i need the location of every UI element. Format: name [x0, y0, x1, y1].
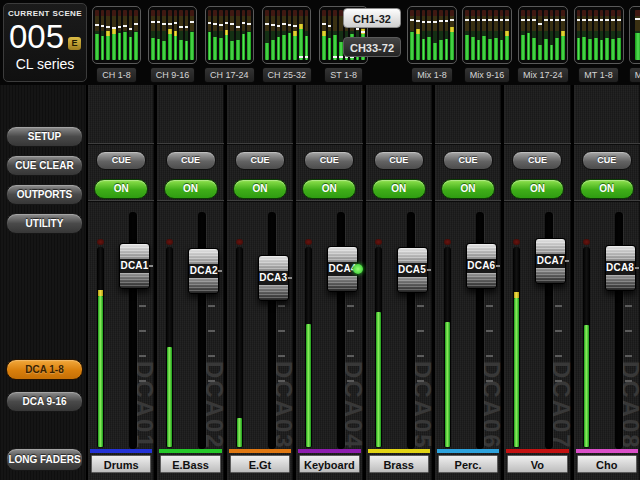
dca-1-8-button[interactable]: DCA 1-8: [6, 359, 83, 380]
fader-knob[interactable]: DCA8: [605, 245, 636, 291]
meter-bar-level: [482, 36, 486, 60]
channel-name[interactable]: E.Bass: [160, 455, 220, 473]
fader-position-mark: [101, 25, 105, 27]
fader-position-mark: [450, 19, 454, 21]
on-button[interactable]: ON: [510, 179, 564, 199]
bank-button-ch33-72[interactable]: CH33-72: [343, 37, 401, 57]
channel-name[interactable]: Drums: [91, 455, 151, 473]
on-button[interactable]: ON: [233, 179, 287, 199]
bank-button-ch1-32[interactable]: CH1-32: [343, 8, 401, 28]
channel-name[interactable]: Vo: [507, 455, 567, 473]
fader-scale-tick: [625, 355, 632, 357]
scene-number: 005: [9, 20, 64, 53]
meter-block-ch-25-32[interactable]: [262, 6, 311, 64]
channel-color-bar: [298, 449, 360, 453]
meter-peak-led: [166, 239, 173, 245]
separator: [366, 200, 432, 201]
fader-knob-label: DCA8: [606, 261, 635, 275]
meter-block-mix-17-24[interactable]: [518, 6, 568, 64]
cue-button[interactable]: CUE: [443, 151, 493, 170]
fader-knob[interactable]: DCA3: [258, 255, 289, 301]
fader-knob-cap: [189, 278, 218, 293]
channel-name[interactable]: Cho: [577, 455, 637, 473]
fader-position-mark: [582, 19, 586, 21]
long-faders-button[interactable]: LONG FADERS: [6, 448, 83, 471]
cue-button[interactable]: CUE: [374, 151, 424, 170]
fader-position-mark: [482, 19, 486, 21]
on-button[interactable]: ON: [372, 179, 426, 199]
meter-bar: [219, 10, 223, 60]
meter-block-mix-9-16[interactable]: [462, 6, 512, 64]
meter-block-group-ch-25-32: CH 25-32: [262, 6, 313, 83]
meter-peak-led: [513, 239, 520, 245]
channel-strip-dca3: DCA03CUEONDCA3E.Gt: [227, 85, 293, 480]
on-button[interactable]: ON: [302, 179, 356, 199]
fader-knob[interactable]: DCA2: [188, 248, 219, 294]
on-button[interactable]: ON: [580, 179, 634, 199]
meter-bar: [208, 10, 212, 60]
separator: [88, 143, 154, 144]
cue-button[interactable]: CUE: [582, 151, 632, 170]
fader-position-mark: [293, 25, 297, 27]
cue-button[interactable]: CUE: [166, 151, 216, 170]
on-button[interactable]: ON: [164, 179, 218, 199]
meter-bar-level: [288, 33, 292, 60]
meter-block-mix-1-8[interactable]: [407, 6, 457, 64]
fader-position-mark: [242, 22, 246, 24]
channel-name[interactable]: Keyboard: [299, 455, 359, 473]
level-meter-fill: [514, 298, 519, 447]
dca-9-16-button[interactable]: DCA 9-16: [6, 391, 83, 412]
meter-bar-level: [577, 38, 581, 60]
channel-name[interactable]: Brass: [369, 455, 429, 473]
fader-scale-tick: [278, 380, 285, 382]
fader-knob-cap: [328, 247, 357, 262]
fader-knob[interactable]: DCA1: [119, 243, 150, 289]
meter-block-ch-17-24[interactable]: [205, 6, 254, 64]
fader-touch-indicator: [353, 264, 363, 274]
meter-bar: [532, 10, 536, 60]
meter-bar: [288, 10, 292, 60]
fader-position-mark: [299, 56, 303, 58]
cue-clear-button[interactable]: CUE CLEAR: [6, 155, 83, 176]
fader-knob[interactable]: DCA5: [397, 247, 428, 293]
fader-scale-tick: [278, 355, 285, 357]
fader-knob[interactable]: DCA6: [466, 243, 497, 289]
meter-bar: [471, 10, 475, 60]
cue-button[interactable]: CUE: [512, 151, 562, 170]
setup-button[interactable]: SETUP: [6, 126, 83, 147]
meter-bar: [162, 10, 166, 60]
cue-button[interactable]: CUE: [96, 151, 146, 170]
fader-scale-tick: [625, 330, 632, 332]
fader-position-mark: [162, 23, 166, 25]
meter-bar: [482, 10, 486, 60]
outports-button[interactable]: OUTPORTS: [6, 184, 83, 205]
meter-block-master[interactable]: [629, 6, 640, 64]
meter-block-ch-9-16[interactable]: [148, 6, 197, 64]
meter-bar-level: [185, 41, 189, 60]
meter-block-group-ch-1-8: CH 1-8: [92, 6, 141, 83]
meter-bar: [594, 10, 598, 60]
fader-knob[interactable]: DCA7: [535, 238, 566, 284]
meter-bar-level: [416, 29, 420, 60]
utility-button[interactable]: UTILITY: [6, 213, 83, 234]
on-button[interactable]: ON: [441, 179, 495, 199]
fader-position-mark: [532, 19, 536, 21]
meter-bar-level: [422, 39, 426, 60]
meter-bar-level: [162, 41, 166, 60]
fader-knob[interactable]: DCA4: [327, 246, 358, 292]
meter-bar: [635, 10, 640, 60]
meter-block-mt-1-8[interactable]: [574, 6, 624, 64]
cue-button[interactable]: CUE: [304, 151, 354, 170]
fader-position-mark: [185, 26, 189, 28]
cue-button[interactable]: CUE: [235, 151, 285, 170]
channel-name[interactable]: E.Gt: [230, 455, 290, 473]
meter-bar: [561, 10, 565, 60]
on-button[interactable]: ON: [94, 179, 148, 199]
fader-position-mark: [288, 24, 292, 26]
channel-color-bar: [437, 449, 499, 453]
meter-block-ch-1-8[interactable]: [92, 6, 141, 64]
meter-bar: [242, 10, 246, 60]
fader-position-mark: [305, 56, 309, 58]
channel-name[interactable]: Perc.: [438, 455, 498, 473]
meter-bar: [293, 10, 297, 60]
